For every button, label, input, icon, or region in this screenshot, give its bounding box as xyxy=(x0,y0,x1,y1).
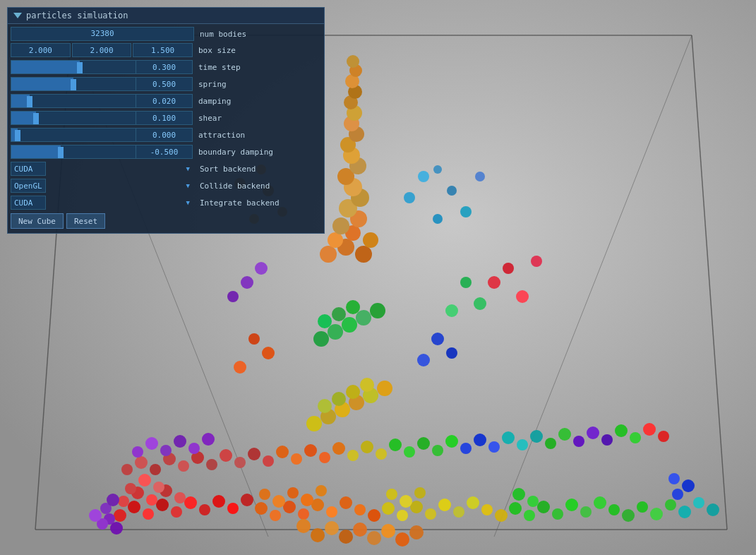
time-step-value[interactable]: 0.300 xyxy=(136,60,193,74)
boundary-damping-value[interactable]: -0.500 xyxy=(136,145,193,159)
sort-backend-select[interactable]: CUDA OpenGL CPU xyxy=(11,162,46,176)
box-size-z[interactable]: 1.500 xyxy=(133,43,193,57)
damping-row: 0.020 damping xyxy=(11,93,321,109)
svg-point-24 xyxy=(153,482,164,493)
svg-point-148 xyxy=(346,300,360,314)
svg-point-63 xyxy=(594,496,606,509)
svg-point-34 xyxy=(298,508,309,520)
svg-point-75 xyxy=(682,479,695,492)
svg-point-89 xyxy=(291,453,302,465)
svg-point-54 xyxy=(386,489,397,500)
svg-point-46 xyxy=(397,510,408,521)
spring-slider-combo: 0.500 xyxy=(11,77,193,91)
svg-point-131 xyxy=(306,416,322,431)
svg-point-114 xyxy=(643,423,656,436)
collide-backend-wrapper: CUDA OpenGL CPU xyxy=(11,179,194,193)
panel-body: 32380 num bodies 2.000 2.000 1.500 box s… xyxy=(8,24,324,233)
box-size-row: 2.000 2.000 1.500 box size xyxy=(11,42,321,58)
svg-point-22 xyxy=(125,483,136,494)
svg-point-65 xyxy=(622,509,635,522)
svg-point-173 xyxy=(433,214,443,224)
integrate-backend-select[interactable]: CUDA OpenGL CPU xyxy=(11,196,46,210)
spring-value[interactable]: 0.500 xyxy=(136,77,193,91)
svg-point-193 xyxy=(255,262,268,275)
svg-point-73 xyxy=(707,503,719,516)
svg-point-62 xyxy=(580,506,592,518)
svg-point-31 xyxy=(255,502,268,515)
svg-point-56 xyxy=(414,487,426,499)
svg-point-129 xyxy=(395,532,409,547)
damping-value[interactable]: 0.020 xyxy=(136,94,193,108)
svg-point-175 xyxy=(447,186,457,196)
svg-point-97 xyxy=(404,446,415,458)
svg-point-120 xyxy=(188,443,200,454)
svg-point-139 xyxy=(346,385,360,399)
svg-point-189 xyxy=(460,277,472,288)
svg-point-125 xyxy=(339,530,353,544)
svg-point-99 xyxy=(432,445,443,456)
svg-point-116 xyxy=(132,446,143,458)
svg-point-44 xyxy=(316,485,327,496)
svg-point-21 xyxy=(174,492,186,503)
attraction-label: attraction xyxy=(193,131,245,140)
time-step-slider[interactable] xyxy=(11,60,136,74)
spring-row: 0.500 spring xyxy=(11,76,321,92)
boundary-damping-slider[interactable] xyxy=(11,145,136,159)
svg-point-187 xyxy=(531,256,542,267)
svg-point-110 xyxy=(587,426,599,439)
svg-point-155 xyxy=(332,217,349,234)
reset-button[interactable]: Reset xyxy=(66,213,105,229)
damping-label: damping xyxy=(193,97,231,106)
svg-point-26 xyxy=(110,522,123,535)
svg-point-195 xyxy=(446,347,457,359)
svg-point-36 xyxy=(326,506,337,518)
svg-point-176 xyxy=(460,206,472,217)
svg-point-137 xyxy=(318,399,332,413)
svg-point-198 xyxy=(248,333,260,345)
svg-point-108 xyxy=(558,428,571,441)
attraction-value[interactable]: 0.000 xyxy=(136,128,193,142)
svg-point-130 xyxy=(409,525,424,539)
svg-point-145 xyxy=(370,303,385,318)
attraction-slider[interactable] xyxy=(11,128,136,142)
svg-point-55 xyxy=(400,495,412,508)
svg-point-93 xyxy=(347,450,359,461)
svg-point-147 xyxy=(332,307,346,321)
num-bodies-value[interactable]: 32380 xyxy=(11,27,194,41)
svg-point-43 xyxy=(301,494,313,506)
attraction-row: 0.000 attraction xyxy=(11,127,321,143)
svg-point-172 xyxy=(404,192,415,203)
svg-point-124 xyxy=(325,521,339,535)
svg-point-186 xyxy=(516,290,529,303)
svg-point-127 xyxy=(367,531,381,545)
svg-point-77 xyxy=(121,464,133,475)
shear-slider[interactable] xyxy=(11,111,136,125)
collide-backend-select[interactable]: CUDA OpenGL CPU xyxy=(11,179,46,193)
svg-point-41 xyxy=(272,495,285,508)
svg-point-98 xyxy=(417,437,430,450)
panel-title-bar[interactable]: particles simluation xyxy=(8,8,324,24)
box-size-y[interactable]: 2.000 xyxy=(72,43,132,57)
spring-slider[interactable] xyxy=(11,77,136,91)
shear-value[interactable]: 0.100 xyxy=(136,111,193,125)
shear-label: shear xyxy=(193,114,222,123)
box-size-x[interactable]: 2.000 xyxy=(11,43,71,57)
collide-backend-row: CUDA OpenGL CPU Collide backend xyxy=(11,178,321,193)
num-bodies-label: num bodies xyxy=(194,30,246,39)
integrate-backend-label: Integrate backend xyxy=(194,198,280,208)
svg-point-138 xyxy=(332,392,346,406)
svg-point-103 xyxy=(488,441,500,453)
button-row: New Cube Reset xyxy=(11,213,321,229)
svg-point-128 xyxy=(381,524,395,538)
box-size-inputs: 2.000 2.000 1.500 xyxy=(11,43,193,57)
svg-point-111 xyxy=(601,434,613,446)
svg-point-192 xyxy=(227,291,239,302)
svg-point-30 xyxy=(107,494,119,506)
sort-backend-row: CUDA OpenGL CPU Sort backend xyxy=(11,161,321,177)
new-cube-button[interactable]: New Cube xyxy=(11,213,64,229)
svg-point-122 xyxy=(296,519,311,533)
damping-slider[interactable] xyxy=(11,94,136,108)
svg-point-141 xyxy=(313,331,329,347)
svg-point-199 xyxy=(234,361,246,374)
collapse-icon xyxy=(13,13,22,18)
